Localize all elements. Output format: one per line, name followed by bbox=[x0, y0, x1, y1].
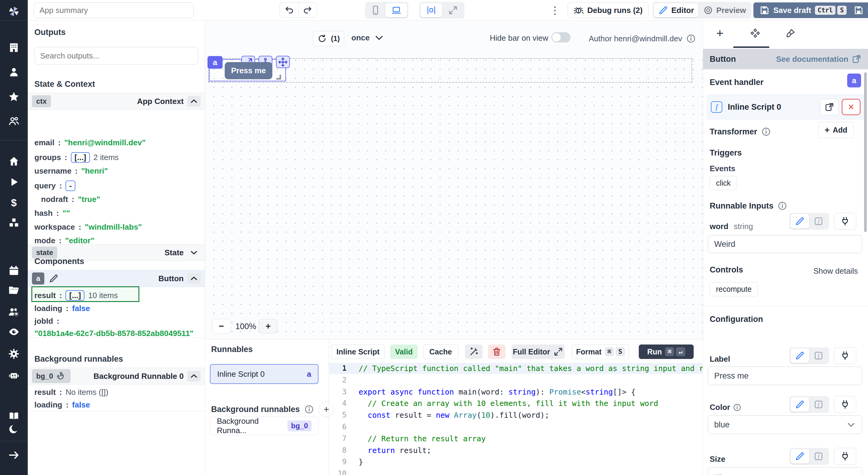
rail-play-button[interactable] bbox=[0, 175, 28, 189]
rail-windmill-logo-button[interactable] bbox=[0, 4, 28, 19]
ctx-row-groups[interactable]: groups:[...]2 items bbox=[34, 152, 119, 163]
rail-home-button[interactable] bbox=[0, 154, 28, 168]
rail-robot-button[interactable] bbox=[0, 368, 28, 383]
bg-row-loading[interactable]: loading:false bbox=[34, 400, 90, 410]
ctx-section-header[interactable]: ctx App Context bbox=[28, 93, 205, 110]
tab-preview[interactable]: Preview bbox=[699, 3, 750, 17]
rail-dollar-button[interactable]: $ bbox=[0, 195, 28, 210]
ctx-row-email[interactable]: email:"henri@windmill.dev" bbox=[34, 138, 146, 147]
eval-mode-button[interactable]: f bbox=[809, 348, 828, 363]
control-chip-recompute[interactable]: recompute bbox=[710, 282, 758, 296]
full-editor-button[interactable]: Full Editor bbox=[512, 344, 565, 359]
component-row-loading[interactable]: loading:false bbox=[34, 304, 90, 313]
config-select-size[interactable]: xs bbox=[708, 467, 862, 475]
ctx-row-username[interactable]: username:"henri" bbox=[34, 166, 108, 176]
undo-button[interactable] bbox=[280, 2, 298, 18]
delete-script-button[interactable] bbox=[488, 344, 505, 359]
ctx-row-hash[interactable]: hash:"" bbox=[34, 209, 70, 218]
bg0-section-header[interactable]: bg_0 Background Runnable 0 bbox=[28, 368, 205, 384]
remove-script-button[interactable]: ✕ bbox=[842, 99, 861, 115]
static-value-mode-button[interactable] bbox=[790, 348, 809, 363]
rail-arrow-right-button[interactable] bbox=[0, 448, 28, 462]
connect-input-button[interactable] bbox=[834, 448, 856, 465]
word-input[interactable] bbox=[708, 235, 862, 253]
fullwidth-layout-button[interactable] bbox=[443, 3, 463, 17]
more-menu-button[interactable]: ⋮ bbox=[548, 3, 562, 18]
refresh-mode-select[interactable]: once bbox=[351, 33, 384, 43]
config-input-label[interactable] bbox=[708, 367, 862, 385]
press-me-button[interactable]: Press me bbox=[225, 62, 272, 79]
code-editor[interactable]: 1// TypeScript function called "main" th… bbox=[329, 363, 703, 475]
component-row-result[interactable]: result:[...]10 items bbox=[34, 290, 118, 301]
event-chip-click[interactable]: click bbox=[710, 176, 737, 190]
open-script-button[interactable] bbox=[820, 99, 839, 115]
ctx-row-query[interactable]: query:- bbox=[34, 180, 75, 191]
cache-button[interactable]: Cache bbox=[423, 344, 459, 359]
rail-cubes-button[interactable] bbox=[0, 215, 28, 230]
rail-building-button[interactable] bbox=[0, 40, 28, 55]
rail-user-button[interactable] bbox=[0, 65, 28, 79]
tab-styling[interactable] bbox=[778, 25, 803, 42]
debug-runs-button[interactable]: Debug runs (2) bbox=[568, 2, 648, 18]
rail-eye-button[interactable] bbox=[0, 325, 28, 339]
redo-button[interactable] bbox=[298, 2, 317, 18]
runnable-item-inline-script-0[interactable]: Inline Script 0a bbox=[210, 364, 318, 384]
ai-assistant-button[interactable] bbox=[465, 344, 483, 359]
component-row-jobId[interactable]: jobId: bbox=[34, 316, 59, 326]
eval-mode-button[interactable]: f bbox=[809, 397, 828, 412]
move-component-button[interactable] bbox=[276, 56, 290, 68]
eval-mode-button[interactable]: f bbox=[809, 449, 828, 464]
panel-scrollbar[interactable] bbox=[864, 72, 867, 232]
component-row-value[interactable]: "018b1a4e-62c7-db5b-8578-852ab8049511" bbox=[34, 329, 194, 338]
show-details-link[interactable]: Show details bbox=[813, 266, 858, 276]
inline-script-row[interactable]: f Inline Script 0 ✕ bbox=[707, 94, 865, 120]
tab-insert-component[interactable]: + bbox=[711, 25, 728, 42]
static-value-mode-button[interactable] bbox=[790, 449, 809, 464]
run-button[interactable]: Run⌘↵ bbox=[639, 344, 694, 359]
inline-script-tab[interactable]: Inline Script bbox=[331, 344, 385, 359]
zoom-in-button[interactable]: + bbox=[259, 319, 277, 333]
refresh-button[interactable]: (1) bbox=[313, 31, 344, 46]
add-transformer-button[interactable]: +Add bbox=[818, 122, 854, 138]
bg-runnable-item[interactable]: Background Runna...bg_0 bbox=[210, 416, 318, 435]
centered-layout-button[interactable] bbox=[421, 3, 442, 17]
ctx-collapse-button[interactable] bbox=[187, 96, 200, 107]
rail-moon-button[interactable] bbox=[0, 422, 28, 436]
hide-bar-toggle[interactable] bbox=[551, 32, 570, 42]
deploy-button[interactable]: Deploy bbox=[847, 2, 868, 18]
tab-component-settings[interactable] bbox=[742, 25, 769, 42]
rail-book-button[interactable] bbox=[0, 409, 28, 423]
ctx-row-workspace[interactable]: workspace:"windmill-labs" bbox=[34, 223, 142, 232]
app-summary-input[interactable] bbox=[34, 2, 194, 18]
ctx-row-nodraft[interactable]: nodraft:"true" bbox=[41, 195, 100, 204]
format-button[interactable]: Format⌘S bbox=[572, 344, 629, 359]
app-canvas[interactable]: (1) once Hide bar on view Author henri@w… bbox=[205, 21, 703, 339]
state-expand-button[interactable] bbox=[187, 247, 200, 258]
connect-input-button[interactable] bbox=[834, 396, 856, 413]
connect-input-button[interactable] bbox=[834, 347, 856, 364]
component-a-section-header[interactable]: a Button bbox=[28, 270, 205, 287]
save-draft-button[interactable]: Save draft CtrlS bbox=[753, 2, 852, 18]
mobile-view-button[interactable] bbox=[366, 3, 385, 17]
rail-folder-button[interactable] bbox=[0, 283, 28, 297]
rail-calendar-button[interactable] bbox=[0, 263, 28, 278]
edit-component-icon[interactable] bbox=[49, 273, 59, 283]
connect-input-button[interactable] bbox=[834, 213, 856, 230]
see-documentation-link[interactable]: See documentation bbox=[776, 54, 862, 64]
desktop-view-button[interactable] bbox=[385, 3, 407, 17]
rail-star-button[interactable] bbox=[0, 90, 28, 104]
search-outputs-input[interactable] bbox=[34, 47, 198, 65]
rail-gear-button[interactable] bbox=[0, 347, 28, 361]
config-select-color[interactable]: blue bbox=[708, 415, 862, 434]
tab-editor[interactable]: Editor bbox=[654, 3, 698, 17]
rail-users-gear-button[interactable] bbox=[0, 305, 28, 319]
bg0-collapse-button[interactable] bbox=[187, 371, 200, 381]
eval-mode-button[interactable]: f bbox=[809, 214, 828, 229]
bg-row-result[interactable]: result:No items ([]) bbox=[34, 387, 108, 397]
resize-handle[interactable] bbox=[276, 75, 281, 79]
zoom-out-button[interactable]: − bbox=[212, 319, 231, 333]
static-value-mode-button[interactable] bbox=[790, 214, 809, 229]
rail-users-button[interactable] bbox=[0, 114, 28, 128]
component-collapse-button[interactable] bbox=[187, 273, 200, 284]
static-value-mode-button[interactable] bbox=[790, 397, 809, 412]
